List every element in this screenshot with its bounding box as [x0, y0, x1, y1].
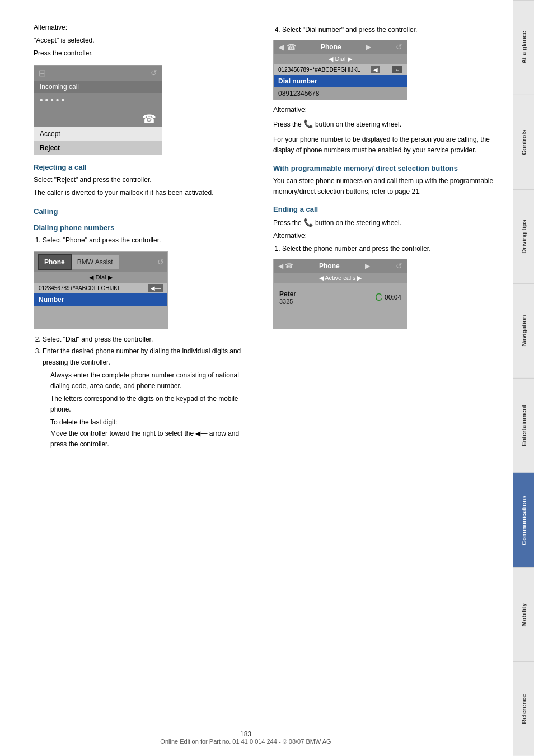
- dial-screen-sub: ◀ Dial ▶: [274, 54, 407, 64]
- backspace-btn[interactable]: ◀—: [148, 284, 163, 292]
- step3-note4: Move the controller toward the right to …: [43, 428, 256, 450]
- main-content: Alternative: "Accept" is selected. Press…: [0, 0, 513, 756]
- steps-2-3: Select "Dial" and press the controller. …: [34, 334, 256, 450]
- alt-line1-left: "Accept" is selected.: [34, 35, 256, 46]
- phone-tab-normal[interactable]: BMW Assist: [72, 255, 119, 269]
- selected-row: Number: [34, 293, 167, 306]
- reject-row[interactable]: Reject: [34, 141, 162, 155]
- timer-value: 00:04: [385, 293, 401, 301]
- accept-row[interactable]: Accept: [34, 127, 162, 141]
- sidebar-tab-driving-tips[interactable]: Driving tips: [513, 189, 535, 284]
- incoming-icon-right: ↺: [151, 68, 157, 77]
- incoming-label-area: Incoming call ••••• ☎: [34, 81, 162, 127]
- sidebar-tab-reference[interactable]: Reference: [513, 661, 535, 756]
- reject-p2: The caller is diverted to your mailbox i…: [34, 188, 256, 198]
- ending-heading: Ending a call: [273, 205, 496, 213]
- active-call-row: Peter 3325 C 00:04: [274, 283, 407, 311]
- dial-selected-row: Dial number: [274, 75, 407, 87]
- step4: Select "Dial number" and press the contr…: [282, 25, 496, 35]
- alt-label-text: Alternative:: [273, 106, 307, 114]
- step1: Select "Phone" and press the controller.: [43, 235, 256, 246]
- sidebar-tab-navigation[interactable]: Navigation: [513, 283, 535, 378]
- step2: Select "Dial" and press the controller.: [43, 334, 256, 345]
- caller-name: Peter: [279, 290, 296, 298]
- alt-line2-left: Press the controller.: [34, 48, 256, 59]
- screen-body-empty: [34, 306, 167, 328]
- programmable-heading: With programmable memory/ direct selecti…: [273, 164, 496, 172]
- incoming-icon-left: ⊟: [39, 68, 46, 78]
- step3-note1: Always enter the complete phone number c…: [43, 370, 256, 391]
- ending-line2: button on the steering wheel.: [315, 219, 401, 227]
- dial-sub-text-right: ◀ Dial ▶: [329, 55, 352, 63]
- dial-back-icon[interactable]: ←: [392, 66, 402, 73]
- dial-screen-header: ◀ ☎ Phone ▶ ↺: [274, 40, 407, 54]
- number-row: 0123456789+*#ABCDEFGHIJKL ◀—: [34, 283, 167, 293]
- sidebar-tab-mobility[interactable]: Mobility: [513, 567, 535, 662]
- sidebar-tab-communications[interactable]: Communications: [513, 473, 535, 567]
- left-column: Alternative: "Accept" is selected. Press…: [34, 22, 256, 452]
- active-refresh-icon: ↺: [396, 262, 402, 270]
- reject-p1: Select "Reject" and press the controller…: [34, 175, 256, 185]
- dial-screen-title: Phone: [321, 43, 341, 51]
- active-phone-icon-left: ◀ ☎: [278, 262, 293, 270]
- sidebar: At a glance Controls Driving tips Naviga…: [513, 0, 534, 756]
- phone-selector-screen: Phone BMW Assist ↺ ◀ Dial ▶ 0123456789+*…: [34, 251, 168, 329]
- right-column: Select "Dial number" and press the contr…: [273, 22, 496, 452]
- calling-heading: Calling: [34, 207, 256, 216]
- ending-step1: Select the phone number and press the co…: [282, 244, 496, 254]
- alt-label-right: Alternative:: [273, 105, 496, 115]
- ending-phone-icon: 📞: [303, 218, 315, 227]
- active-header-text: Phone: [319, 262, 340, 270]
- programmable-text: You can store phone numbers on and call …: [273, 176, 496, 197]
- dial-number-row: 0123456789+*#ABCDEFGHIJKL ◀ ←: [274, 64, 407, 75]
- number-chars: 0123456789+*#ABCDEFGHIJKL: [39, 285, 120, 291]
- alt-line2-right: button on the steering wheel.: [315, 120, 401, 128]
- page-container: Alternative: "Accept" is selected. Press…: [0, 0, 534, 756]
- dial-sub-row: ◀ Dial ▶: [34, 272, 167, 283]
- rejecting-heading: Rejecting a call: [34, 163, 256, 171]
- ending-alt: Alternative:: [273, 231, 496, 241]
- phone-tabs-row: Phone BMW Assist ↺: [34, 252, 167, 272]
- caller-num: 3325: [279, 298, 296, 305]
- sidebar-tab-entertainment[interactable]: Entertainment: [513, 378, 535, 473]
- call-timer: C 00:04: [375, 292, 401, 304]
- incoming-call-screen: ⊟ ↺ Incoming call ••••• ☎ Accept Reject: [34, 65, 162, 155]
- dial-sub-text: ◀ Dial ▶: [89, 274, 112, 281]
- alt-button-line: Press the 📞 button on the steering wheel…: [273, 118, 496, 130]
- footer: 183 Online Edition for Part no. 01 41 0 …: [0, 730, 491, 745]
- active-call-phone-icon: C: [375, 292, 382, 304]
- alt-label-left: Alternative:: [34, 22, 256, 33]
- active-header: ◀ ☎ Phone ▶ ↺: [274, 259, 407, 273]
- sidebar-tab-controls[interactable]: Controls: [513, 95, 535, 189]
- step3-note2: The letters correspond to the digits on …: [43, 394, 256, 415]
- incoming-label: Incoming call: [34, 81, 162, 93]
- incoming-screen-top: ⊟ ↺: [34, 66, 162, 81]
- dial-screen-arrow: ▶: [366, 43, 371, 51]
- alt-line1-right: Press the: [273, 120, 302, 128]
- active-screen-footer: [274, 311, 407, 328]
- phone-symbol: ☎: [142, 112, 156, 125]
- dial-screen-phone-icon: ◀ ☎: [278, 43, 296, 52]
- dial-screen: ◀ ☎ Phone ▶ ↺ ◀ Dial ▶ 0123456789+*#ABCD…: [273, 40, 407, 100]
- phone-tab-selected[interactable]: Phone: [38, 254, 72, 270]
- display-info: For your phone number to be displayed to…: [273, 134, 496, 156]
- active-sub-header: ◀ Active calls ▶: [274, 273, 407, 283]
- dialing-steps: Select "Phone" and press the controller.: [34, 235, 256, 246]
- step4-list: Select "Dial number" and press the contr…: [273, 25, 496, 35]
- dial-screen-refresh: ↺: [396, 43, 402, 52]
- caller-info: Peter 3325: [279, 290, 296, 305]
- dial-entered-row: 08912345678: [274, 87, 407, 100]
- step3-note3: To delete the last digit:: [43, 417, 256, 428]
- step3-intro: Enter the desired phone number by dialin…: [43, 347, 241, 366]
- steering-phone-icon: 📞: [303, 119, 315, 128]
- ending-line1: Press the: [273, 219, 302, 227]
- active-header-arrow: ▶: [365, 262, 370, 270]
- ending-line: Press the 📞 button on the steering wheel…: [273, 217, 496, 228]
- ending-steps: Select the phone number and press the co…: [273, 244, 496, 254]
- columns-layout: Alternative: "Accept" is selected. Press…: [34, 22, 496, 452]
- sidebar-tab-at-a-glance[interactable]: At a glance: [513, 0, 535, 95]
- dial-backspace[interactable]: ◀: [371, 66, 380, 73]
- footer-text: Online Edition for Part no. 01 41 0 014 …: [0, 738, 491, 745]
- dialing-heading: Dialing phone numbers: [34, 223, 256, 232]
- active-sub-text: ◀ Active calls ▶: [319, 274, 362, 282]
